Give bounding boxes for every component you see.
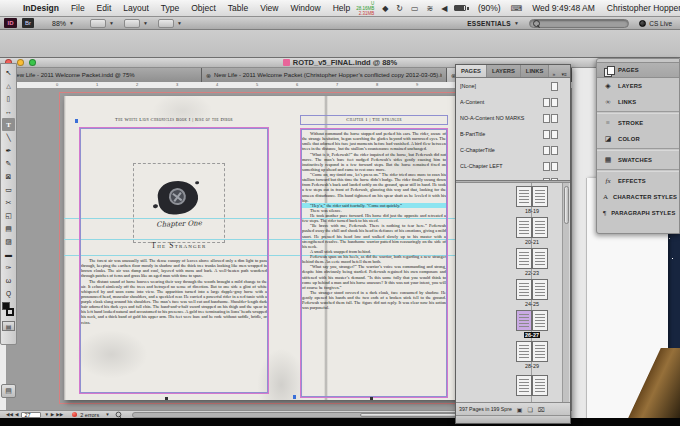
dock-item-layers[interactable]: ◈LAYERS bbox=[597, 78, 679, 94]
menu-user[interactable]: Christopher Hopper bbox=[601, 3, 680, 13]
menu-view[interactable]: View bbox=[254, 3, 284, 13]
panel-resize-handle[interactable] bbox=[456, 415, 570, 423]
document-tab-2[interactable]: ⊗ New Life - 2011 Welcome Packet (Christ… bbox=[202, 68, 447, 82]
tab-pages[interactable]: PAGES bbox=[456, 65, 487, 77]
menu-table[interactable]: Table bbox=[222, 3, 254, 13]
wifi-menu-icon[interactable]: ≋ bbox=[427, 0, 434, 17]
close-tab-icon[interactable]: ⊗ bbox=[206, 72, 211, 79]
search-input[interactable] bbox=[529, 19, 629, 28]
zoom-tool[interactable] bbox=[2, 287, 15, 300]
menu-type[interactable]: Type bbox=[155, 3, 185, 13]
pen-tool[interactable] bbox=[2, 144, 15, 157]
direct-selection-tool[interactable] bbox=[2, 79, 15, 92]
menu-edit[interactable]: Edit bbox=[91, 3, 118, 13]
master-row-c-chaptertitle[interactable]: C-ChapterTitle bbox=[456, 142, 570, 158]
sync-menu-icon[interactable]: ↻ bbox=[396, 0, 403, 17]
page-number-field[interactable]: 27 bbox=[21, 412, 41, 418]
cs-live-button[interactable]: CS Live bbox=[639, 20, 672, 27]
line-tool[interactable] bbox=[2, 131, 15, 144]
document-tab-1[interactable]: ⊗ New Life - 2011 Welcome Packet.indd @ … bbox=[0, 68, 202, 82]
gradient-feather-tool[interactable] bbox=[2, 235, 15, 248]
spread-28-29[interactable]: 28-29 bbox=[514, 341, 550, 369]
page-menu-chevron-icon[interactable]: ▼ bbox=[44, 412, 48, 417]
dock-item-character-styles[interactable]: ACHARACTER STYLES bbox=[597, 189, 679, 205]
type-tool[interactable] bbox=[2, 118, 15, 131]
chevron-down-icon[interactable]: ▼ bbox=[109, 20, 114, 26]
spread-22-23[interactable]: 22-23 bbox=[514, 248, 550, 276]
master-row-cr-chapter-right[interactable]: CR-Chapter RIGHT bbox=[456, 174, 570, 180]
master-row-no-a-content[interactable]: NO-A-Content NO MARKS bbox=[456, 110, 570, 126]
document-window-title-bar[interactable]: ROTD_v5_FINAL.indd @ 88% bbox=[0, 58, 680, 68]
text-anchor-marker[interactable] bbox=[75, 119, 78, 123]
gradient-swatch-tool[interactable] bbox=[2, 222, 15, 235]
dock-item-links[interactable]: ∞LINKS bbox=[597, 94, 679, 110]
eyedropper-tool[interactable] bbox=[2, 261, 15, 274]
master-row-b-parttitle[interactable]: B-PartTitle bbox=[456, 126, 570, 142]
dock-item-paragraph-styles[interactable]: ¶PARAGRAPH STYLES bbox=[597, 205, 679, 221]
pages-panel-scrollbar[interactable] bbox=[562, 183, 569, 402]
edit-page-size-icon[interactable]: ▣ bbox=[517, 406, 523, 413]
view-mode-corner-button[interactable]: ▤ bbox=[1, 384, 16, 398]
chevron-down-icon[interactable]: ▼ bbox=[177, 20, 182, 26]
menu-layout[interactable]: Layout bbox=[117, 3, 155, 13]
master-row-a-content[interactable]: A-Content bbox=[456, 94, 570, 110]
zoom-level-dropdown[interactable]: 88% ▼ bbox=[48, 19, 78, 28]
view-options-button[interactable] bbox=[90, 19, 106, 28]
rectangle-tool[interactable] bbox=[2, 183, 15, 196]
hand-tool[interactable] bbox=[2, 274, 15, 287]
dropbox-menu-icon[interactable]: ◆ bbox=[382, 0, 388, 17]
next-page-button[interactable]: ▶ bbox=[51, 412, 54, 417]
spread-18-19[interactable]: 18-19 bbox=[514, 186, 550, 214]
dock-item-color[interactable]: ◪COLOR bbox=[597, 131, 679, 147]
selection-tool[interactable] bbox=[2, 66, 15, 79]
preflight-error-text[interactable]: 2 errors bbox=[80, 412, 99, 418]
spread-20-21[interactable]: 20-21 bbox=[514, 217, 550, 245]
menu-help[interactable]: Help bbox=[327, 3, 356, 13]
panel-menu-icon[interactable]: ▾≡ bbox=[559, 71, 570, 77]
dock-item-pages[interactable]: PAGES bbox=[597, 62, 679, 78]
right-page-body-text[interactable]: Without command the horse stopped and pe… bbox=[302, 131, 446, 395]
spread-partial[interactable] bbox=[514, 375, 550, 396]
spread-26-27-selected[interactable]: 26-27 bbox=[514, 310, 550, 338]
scrollbar-thumb[interactable] bbox=[564, 186, 569, 224]
stroke-swatch[interactable] bbox=[6, 308, 14, 316]
left-page-body-text[interactable]: The forest air was unusually still. The … bbox=[81, 258, 267, 393]
preflight-panel-icon[interactable] bbox=[115, 412, 121, 418]
pencil-tool[interactable] bbox=[2, 157, 15, 170]
first-page-button[interactable]: ◀◀ bbox=[6, 412, 13, 417]
fill-stroke-swatches[interactable] bbox=[2, 302, 15, 318]
gap-tool[interactable] bbox=[2, 105, 15, 118]
menu-object[interactable]: Object bbox=[185, 3, 222, 13]
spread-24-25[interactable]: 24-25 bbox=[514, 279, 550, 307]
dock-item-effects[interactable]: fxEFFECTS bbox=[597, 173, 679, 189]
tab-links[interactable]: LINKS bbox=[521, 65, 549, 77]
rectangle-frame-tool[interactable] bbox=[2, 170, 15, 183]
tab-layers[interactable]: LAYERS bbox=[487, 65, 521, 77]
battery-icon[interactable] bbox=[454, 5, 469, 11]
page-spread[interactable]: The White Lion Chronicles Book I | Rise … bbox=[64, 96, 459, 400]
arrange-documents-button[interactable] bbox=[158, 19, 174, 28]
volume-menu-icon[interactable]: ◀ bbox=[441, 0, 447, 17]
menu-window[interactable]: Window bbox=[284, 3, 326, 13]
page-tool[interactable] bbox=[2, 92, 15, 105]
scissors-tool[interactable] bbox=[2, 196, 15, 209]
collapse-panel-icon[interactable]: » bbox=[550, 71, 559, 77]
dock-item-swatches[interactable]: ▦SWATCHES bbox=[597, 152, 679, 168]
menu-clock[interactable]: Wed 9:49:48 AM bbox=[526, 3, 601, 13]
spreads-list[interactable]: 18-19 20-21 22-23 24-25 26-27 28-29 bbox=[456, 183, 570, 402]
free-transform-tool[interactable] bbox=[2, 209, 15, 222]
menu-file[interactable]: File bbox=[65, 3, 91, 13]
delete-page-trash-icon[interactable]: ⌧ bbox=[538, 406, 545, 413]
display-menu-icon[interactable]: ▭ bbox=[411, 0, 419, 17]
chapter-ornament-graphic[interactable] bbox=[158, 181, 198, 214]
new-page-icon[interactable]: ❏ bbox=[527, 406, 532, 413]
bridge-icon[interactable]: Br bbox=[22, 18, 34, 28]
text-anchor-marker[interactable] bbox=[293, 395, 296, 399]
screen-mode-button[interactable] bbox=[124, 19, 140, 28]
previous-page-button[interactable]: ◀ bbox=[15, 412, 18, 417]
input-source-icon[interactable]: ⌨ bbox=[511, 0, 523, 17]
preflight-menu-chevron-icon[interactable]: ▼ bbox=[105, 412, 109, 417]
master-row-none[interactable]: [None] bbox=[456, 78, 570, 94]
last-page-button[interactable]: ▶▶ bbox=[56, 412, 63, 417]
screen-mode-toggle[interactable]: ▤ bbox=[2, 321, 15, 331]
